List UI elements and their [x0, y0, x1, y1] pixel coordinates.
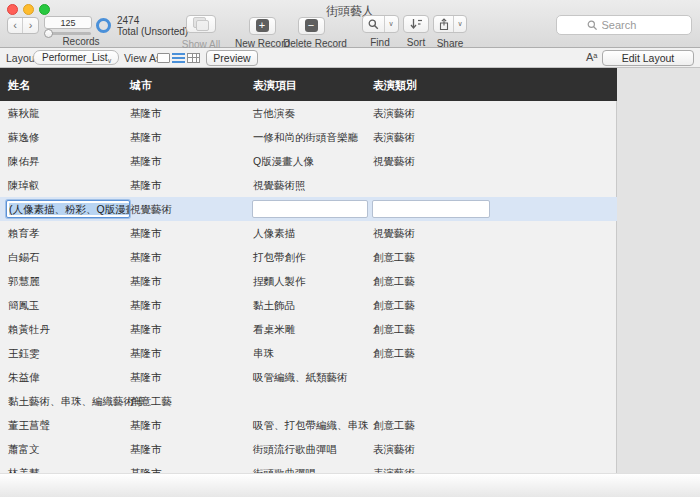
item-cell[interactable]: 一修和尚的街頭音樂廳: [253, 125, 358, 149]
city-cell[interactable]: 基隆市: [130, 125, 162, 149]
name-cell[interactable]: 黏土藝術、串珠、編織藝術等: [8, 389, 145, 413]
category-cell[interactable]: 表演藝術: [373, 437, 415, 461]
sort-button[interactable]: [403, 15, 429, 33]
city-cell[interactable]: 創意工藝: [130, 389, 172, 413]
table-row[interactable]: 董王菖聲基隆市吸管、打包帶編織、串珠創意工藝: [0, 413, 617, 437]
found-set-pie-icon[interactable]: [96, 18, 111, 33]
category-cell[interactable]: 創意工藝: [373, 269, 415, 293]
table-row[interactable]: 賴黃牡丹基隆市看桌米雕創意工藝: [0, 317, 617, 341]
table-row[interactable]: 白錫石基隆市打包帶創作創意工藝: [0, 245, 617, 269]
table-row[interactable]: 蘇秋龍基隆市吉他演奏表演藝術: [0, 101, 617, 125]
category-cell[interactable]: 創意工藝: [373, 245, 415, 269]
name-cell[interactable]: 蘇秋龍: [8, 101, 40, 125]
name-cell[interactable]: 朱益偉: [8, 365, 40, 389]
name-cell[interactable]: 董王菖聲: [8, 413, 50, 437]
table-row[interactable]: 黏土藝術、串珠、編織藝術等創意工藝: [0, 389, 617, 413]
table-row[interactable]: 蕭富文基隆市街頭流行歌曲彈唱表演藝術: [0, 437, 617, 461]
name-cell[interactable]: 賴黃牡丹: [8, 317, 50, 341]
preview-button[interactable]: Preview: [206, 50, 258, 66]
city-cell[interactable]: 基隆市: [130, 413, 162, 437]
table-row[interactable]: 林美慧基隆市街頭歌曲彈唱表演藝術: [0, 461, 617, 473]
next-record-button[interactable]: ›: [23, 18, 38, 33]
city-cell[interactable]: 基隆市: [130, 149, 162, 173]
name-cell[interactable]: 王鈺雯: [8, 341, 40, 365]
category-cell[interactable]: 創意工藝: [373, 317, 415, 341]
category-cell[interactable]: 創意工藝: [373, 413, 415, 437]
item-cell[interactable]: 吉他演奏: [253, 101, 295, 125]
category-field-empty[interactable]: [372, 200, 490, 218]
search-input[interactable]: [602, 19, 662, 31]
edit-layout-button[interactable]: Edit Layout: [602, 50, 694, 66]
category-cell[interactable]: 創意工藝: [373, 293, 415, 317]
name-cell[interactable]: 簡鳳玉: [8, 293, 40, 317]
name-cell[interactable]: 郭慧麗: [8, 269, 40, 293]
name-cell[interactable]: 白錫石: [8, 245, 40, 269]
category-cell[interactable]: 表演藝術: [373, 101, 415, 125]
category-cell[interactable]: 表演藝術: [373, 461, 415, 473]
current-record-input[interactable]: [44, 16, 92, 29]
previous-record-button[interactable]: ‹: [8, 18, 23, 33]
name-cell[interactable]: 蘇逸修: [8, 125, 40, 149]
item-cell[interactable]: 打包帶創作: [253, 245, 306, 269]
share-dropdown-chevron-icon[interactable]: ∨: [453, 16, 466, 32]
search-icon: [587, 20, 598, 31]
city-cell[interactable]: 視覺藝術: [130, 197, 172, 221]
name-cell[interactable]: 蕭富文: [8, 437, 40, 461]
item-cell[interactable]: Q版漫畫人像: [253, 149, 314, 173]
city-cell[interactable]: 基隆市: [130, 173, 162, 197]
table-row[interactable]: 郭慧麗基隆市捏麵人製作創意工藝: [0, 269, 617, 293]
item-cell[interactable]: 吸管、打包帶編織、串珠: [253, 413, 369, 437]
city-cell[interactable]: 基隆市: [130, 293, 162, 317]
search-field[interactable]: [556, 15, 692, 35]
table-row[interactable]: 朱益偉基隆市吸管編織、紙類藝術: [0, 365, 617, 389]
name-cell[interactable]: 林美慧: [8, 461, 40, 473]
category-cell[interactable]: 表演藝術: [373, 125, 415, 149]
record-slider-thumb[interactable]: [44, 29, 53, 38]
table-row[interactable]: 賴育孝基隆市人像素描視覺藝術: [0, 221, 617, 245]
city-cell[interactable]: 基隆市: [130, 437, 162, 461]
record-slider[interactable]: [45, 32, 91, 35]
table-row[interactable]: 蘇逸修基隆市一修和尚的街頭音樂廳表演藝術: [0, 125, 617, 149]
category-cell[interactable]: 創意工藝: [373, 341, 415, 365]
text-formatting-icon[interactable]: Aᵃ: [586, 51, 597, 63]
item-cell[interactable]: 視覺藝術照: [253, 173, 306, 197]
item-field-empty[interactable]: [252, 200, 368, 218]
city-cell[interactable]: 基隆市: [130, 245, 162, 269]
city-cell[interactable]: 基隆市: [130, 221, 162, 245]
form-view-icon[interactable]: [157, 53, 170, 63]
list-view-icon[interactable]: [172, 53, 185, 63]
new-record-button[interactable]: +: [249, 17, 276, 35]
column-header-category: 表演類別: [373, 78, 417, 93]
city-cell[interactable]: 基隆市: [130, 101, 162, 125]
category-cell[interactable]: 視覺藝術: [373, 149, 415, 173]
find-button[interactable]: ∨: [362, 15, 399, 33]
table-row[interactable]: 簡鳳玉基隆市黏土飾品創意工藝: [0, 293, 617, 317]
item-cell[interactable]: 街頭歌曲彈唱: [253, 461, 316, 473]
item-cell[interactable]: 黏土飾品: [253, 293, 295, 317]
city-cell[interactable]: 基隆市: [130, 461, 162, 473]
name-cell[interactable]: 賴育孝: [8, 221, 40, 245]
table-row-selected[interactable]: (人像素描、粉彩、Q版漫畫)視覺藝術: [0, 197, 617, 221]
table-row[interactable]: 王鈺雯基隆市串珠創意工藝: [0, 341, 617, 365]
delete-record-button[interactable]: −: [298, 17, 325, 35]
name-cell[interactable]: 陳佑昇: [8, 149, 40, 173]
city-cell[interactable]: 基隆市: [130, 365, 162, 389]
item-cell[interactable]: 串珠: [253, 341, 274, 365]
item-cell[interactable]: 看桌米雕: [253, 317, 295, 341]
layout-selector-dropdown[interactable]: Performer_List ∨: [33, 50, 119, 65]
city-cell[interactable]: 基隆市: [130, 269, 162, 293]
item-cell[interactable]: 街頭流行歌曲彈唱: [253, 437, 337, 461]
table-row[interactable]: 陳佑昇基隆市Q版漫畫人像視覺藝術: [0, 149, 617, 173]
table-row[interactable]: 陳琸叡基隆市視覺藝術照: [0, 173, 617, 197]
item-cell[interactable]: 吸管編織、紙類藝術: [253, 365, 348, 389]
city-cell[interactable]: 基隆市: [130, 341, 162, 365]
show-all-button[interactable]: [186, 15, 216, 33]
table-view-icon[interactable]: [187, 53, 200, 63]
city-cell[interactable]: 基隆市: [130, 317, 162, 341]
item-cell[interactable]: 人像素描: [253, 221, 295, 245]
item-cell[interactable]: 捏麵人製作: [253, 269, 306, 293]
name-cell[interactable]: 陳琸叡: [8, 173, 40, 197]
category-cell[interactable]: 視覺藝術: [373, 221, 415, 245]
name-field-active[interactable]: (人像素描、粉彩、Q版漫畫): [6, 200, 130, 218]
share-button[interactable]: ∨: [433, 15, 467, 33]
